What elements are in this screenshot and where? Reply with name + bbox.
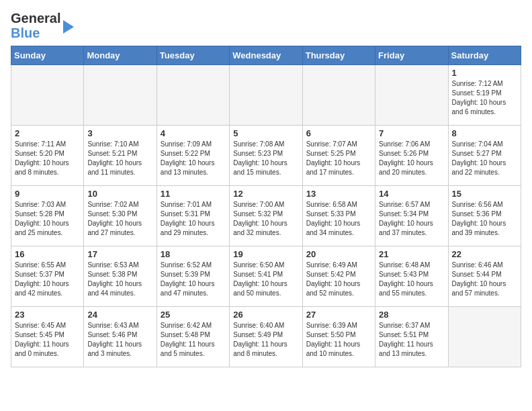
day-info: Sunrise: 7:10 AM Sunset: 5:21 PM Dayligh… bbox=[87, 140, 152, 177]
header: GeneralBlue bbox=[11, 11, 521, 40]
day-cell bbox=[230, 65, 302, 126]
day-cell: 28Sunrise: 6:37 AM Sunset: 5:51 PM Dayli… bbox=[375, 307, 448, 367]
day-info: Sunrise: 6:40 AM Sunset: 5:49 PM Dayligh… bbox=[233, 321, 298, 359]
day-info: Sunrise: 6:46 AM Sunset: 5:44 PM Dayligh… bbox=[452, 261, 517, 298]
day-cell: 21Sunrise: 6:48 AM Sunset: 5:43 PM Dayli… bbox=[375, 246, 448, 307]
day-info: Sunrise: 6:55 AM Sunset: 5:37 PM Dayligh… bbox=[15, 261, 80, 298]
day-number: 19 bbox=[233, 249, 298, 259]
header-row: SundayMondayTuesdayWednesdayThursdayFrid… bbox=[11, 46, 521, 65]
col-header-sunday: Sunday bbox=[11, 46, 84, 65]
day-info: Sunrise: 7:00 AM Sunset: 5:32 PM Dayligh… bbox=[233, 200, 298, 238]
day-number: 7 bbox=[379, 128, 444, 138]
day-cell: 22Sunrise: 6:46 AM Sunset: 5:44 PM Dayli… bbox=[448, 246, 521, 307]
day-info: Sunrise: 7:12 AM Sunset: 5:19 PM Dayligh… bbox=[452, 79, 517, 117]
day-info: Sunrise: 6:48 AM Sunset: 5:43 PM Dayligh… bbox=[379, 261, 444, 298]
col-header-saturday: Saturday bbox=[448, 46, 521, 65]
day-number: 23 bbox=[15, 310, 80, 320]
day-cell bbox=[375, 65, 448, 126]
day-info: Sunrise: 6:45 AM Sunset: 5:45 PM Dayligh… bbox=[15, 321, 80, 359]
day-number: 22 bbox=[452, 249, 517, 259]
day-cell bbox=[448, 307, 521, 367]
col-header-wednesday: Wednesday bbox=[230, 46, 302, 65]
day-info: Sunrise: 7:01 AM Sunset: 5:31 PM Dayligh… bbox=[161, 200, 226, 238]
day-cell: 9Sunrise: 7:03 AM Sunset: 5:28 PM Daylig… bbox=[11, 186, 84, 246]
day-number: 8 bbox=[452, 128, 517, 138]
day-cell: 11Sunrise: 7:01 AM Sunset: 5:31 PM Dayli… bbox=[157, 186, 229, 246]
day-cell: 14Sunrise: 6:57 AM Sunset: 5:34 PM Dayli… bbox=[375, 186, 448, 246]
day-number: 1 bbox=[452, 68, 517, 78]
day-cell: 4Sunrise: 7:09 AM Sunset: 5:22 PM Daylig… bbox=[157, 126, 229, 186]
day-info: Sunrise: 7:06 AM Sunset: 5:26 PM Dayligh… bbox=[379, 140, 444, 177]
day-number: 12 bbox=[233, 189, 298, 199]
day-info: Sunrise: 7:02 AM Sunset: 5:30 PM Dayligh… bbox=[87, 200, 152, 238]
day-info: Sunrise: 7:08 AM Sunset: 5:23 PM Dayligh… bbox=[233, 140, 298, 177]
day-info: Sunrise: 7:11 AM Sunset: 5:20 PM Dayligh… bbox=[15, 140, 80, 177]
day-number: 21 bbox=[379, 249, 444, 259]
day-cell: 2Sunrise: 7:11 AM Sunset: 5:20 PM Daylig… bbox=[11, 126, 84, 186]
day-number: 9 bbox=[15, 189, 80, 199]
day-info: Sunrise: 7:09 AM Sunset: 5:22 PM Dayligh… bbox=[161, 140, 226, 177]
day-info: Sunrise: 6:56 AM Sunset: 5:36 PM Dayligh… bbox=[452, 200, 517, 238]
day-info: Sunrise: 6:58 AM Sunset: 5:33 PM Dayligh… bbox=[306, 200, 371, 238]
day-cell: 18Sunrise: 6:52 AM Sunset: 5:39 PM Dayli… bbox=[157, 246, 229, 307]
day-cell: 27Sunrise: 6:39 AM Sunset: 5:50 PM Dayli… bbox=[302, 307, 375, 367]
day-info: Sunrise: 6:49 AM Sunset: 5:42 PM Dayligh… bbox=[306, 261, 371, 298]
day-cell: 5Sunrise: 7:08 AM Sunset: 5:23 PM Daylig… bbox=[230, 126, 302, 186]
day-number: 11 bbox=[161, 189, 226, 199]
day-cell: 23Sunrise: 6:45 AM Sunset: 5:45 PM Dayli… bbox=[11, 307, 84, 367]
col-header-friday: Friday bbox=[375, 46, 448, 65]
day-info: Sunrise: 6:50 AM Sunset: 5:41 PM Dayligh… bbox=[233, 261, 298, 298]
week-row-1: 1Sunrise: 7:12 AM Sunset: 5:19 PM Daylig… bbox=[11, 65, 521, 126]
day-cell: 17Sunrise: 6:53 AM Sunset: 5:38 PM Dayli… bbox=[84, 246, 157, 307]
day-cell: 12Sunrise: 7:00 AM Sunset: 5:32 PM Dayli… bbox=[230, 186, 302, 246]
day-info: Sunrise: 6:37 AM Sunset: 5:51 PM Dayligh… bbox=[379, 321, 444, 359]
logo-arrow-icon bbox=[63, 20, 74, 34]
day-number: 20 bbox=[306, 249, 371, 259]
day-number: 27 bbox=[306, 310, 371, 320]
day-info: Sunrise: 7:04 AM Sunset: 5:27 PM Dayligh… bbox=[452, 140, 517, 177]
day-cell bbox=[157, 65, 229, 126]
day-cell: 25Sunrise: 6:42 AM Sunset: 5:48 PM Dayli… bbox=[157, 307, 229, 367]
day-number: 4 bbox=[161, 128, 226, 138]
day-cell: 20Sunrise: 6:49 AM Sunset: 5:42 PM Dayli… bbox=[302, 246, 375, 307]
day-cell: 8Sunrise: 7:04 AM Sunset: 5:27 PM Daylig… bbox=[448, 126, 521, 186]
week-row-4: 16Sunrise: 6:55 AM Sunset: 5:37 PM Dayli… bbox=[11, 246, 521, 307]
day-number: 28 bbox=[379, 310, 444, 320]
col-header-thursday: Thursday bbox=[302, 46, 375, 65]
day-cell: 19Sunrise: 6:50 AM Sunset: 5:41 PM Dayli… bbox=[230, 246, 302, 307]
day-cell: 3Sunrise: 7:10 AM Sunset: 5:21 PM Daylig… bbox=[84, 126, 157, 186]
day-cell: 16Sunrise: 6:55 AM Sunset: 5:37 PM Dayli… bbox=[11, 246, 84, 307]
day-info: Sunrise: 6:53 AM Sunset: 5:38 PM Dayligh… bbox=[87, 261, 152, 298]
day-number: 3 bbox=[87, 128, 152, 138]
col-header-monday: Monday bbox=[84, 46, 157, 65]
calendar-table: SundayMondayTuesdayWednesdayThursdayFrid… bbox=[11, 46, 521, 367]
week-row-5: 23Sunrise: 6:45 AM Sunset: 5:45 PM Dayli… bbox=[11, 307, 521, 367]
day-cell: 6Sunrise: 7:07 AM Sunset: 5:25 PM Daylig… bbox=[302, 126, 375, 186]
day-number: 25 bbox=[161, 310, 226, 320]
day-info: Sunrise: 6:43 AM Sunset: 5:46 PM Dayligh… bbox=[87, 321, 152, 359]
week-row-2: 2Sunrise: 7:11 AM Sunset: 5:20 PM Daylig… bbox=[11, 126, 521, 186]
day-number: 15 bbox=[452, 189, 517, 199]
day-cell: 15Sunrise: 6:56 AM Sunset: 5:36 PM Dayli… bbox=[448, 186, 521, 246]
day-number: 13 bbox=[306, 189, 371, 199]
day-cell bbox=[84, 65, 157, 126]
logo-text: GeneralBlue bbox=[11, 11, 60, 40]
day-number: 16 bbox=[15, 249, 80, 259]
day-cell: 1Sunrise: 7:12 AM Sunset: 5:19 PM Daylig… bbox=[448, 65, 521, 126]
day-cell: 26Sunrise: 6:40 AM Sunset: 5:49 PM Dayli… bbox=[230, 307, 302, 367]
day-number: 10 bbox=[87, 189, 152, 199]
col-header-tuesday: Tuesday bbox=[157, 46, 229, 65]
day-number: 2 bbox=[15, 128, 80, 138]
day-number: 24 bbox=[87, 310, 152, 320]
logo: GeneralBlue bbox=[11, 11, 74, 40]
day-cell: 24Sunrise: 6:43 AM Sunset: 5:46 PM Dayli… bbox=[84, 307, 157, 367]
day-number: 18 bbox=[161, 249, 226, 259]
day-cell: 10Sunrise: 7:02 AM Sunset: 5:30 PM Dayli… bbox=[84, 186, 157, 246]
day-cell: 13Sunrise: 6:58 AM Sunset: 5:33 PM Dayli… bbox=[302, 186, 375, 246]
day-info: Sunrise: 6:52 AM Sunset: 5:39 PM Dayligh… bbox=[161, 261, 226, 298]
day-number: 14 bbox=[379, 189, 444, 199]
day-cell bbox=[302, 65, 375, 126]
week-row-3: 9Sunrise: 7:03 AM Sunset: 5:28 PM Daylig… bbox=[11, 186, 521, 246]
day-info: Sunrise: 7:03 AM Sunset: 5:28 PM Dayligh… bbox=[15, 200, 80, 238]
day-info: Sunrise: 6:42 AM Sunset: 5:48 PM Dayligh… bbox=[161, 321, 226, 359]
